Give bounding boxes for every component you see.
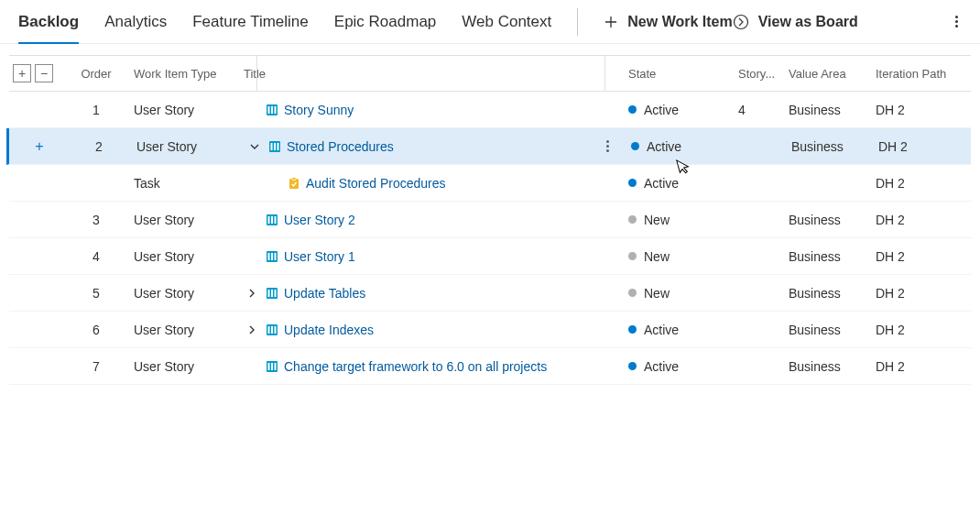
grid-header: + − Order Work Item Type Title State Sto…	[9, 55, 971, 92]
backlog-row[interactable]: +4User StoryUser Story 1NewBusinessDH 2	[9, 238, 971, 275]
top-toolbar: BacklogAnalyticsFeature TimelineEpic Roa…	[0, 0, 980, 44]
iteration-path: DH 2	[870, 103, 971, 117]
svg-rect-24	[268, 326, 270, 334]
task-icon	[288, 177, 300, 190]
chevron-right-icon[interactable]	[244, 288, 260, 299]
work-item-type: User Story	[128, 249, 238, 264]
svg-rect-28	[268, 363, 270, 370]
order-value: 1	[64, 103, 128, 117]
state-dot-icon	[628, 289, 637, 297]
backlog-row[interactable]: +7User StoryChange target framework to 6…	[9, 348, 971, 385]
work-item-title-link[interactable]: Story Sunny	[284, 103, 354, 117]
svg-rect-18	[275, 253, 277, 260]
state-label: Active	[647, 139, 681, 154]
row-more-actions-button[interactable]	[606, 140, 609, 152]
tab-analytics[interactable]: Analytics	[104, 0, 167, 43]
iteration-path: DH 2	[870, 359, 971, 374]
add-child-button[interactable]: +	[35, 138, 43, 155]
iteration-path: DH 2	[870, 249, 971, 264]
state-cell: Active	[623, 176, 733, 191]
work-item-title-link[interactable]: Change target framework to 6.0 on all pr…	[284, 359, 547, 374]
expand-all-button[interactable]: +	[13, 64, 31, 82]
value-area: Business	[783, 103, 870, 117]
value-area: Business	[783, 213, 870, 227]
tab-web-context[interactable]: Web Context	[462, 0, 551, 43]
col-title[interactable]: Title	[238, 67, 623, 81]
work-item-title-link[interactable]: Update Tables	[284, 286, 365, 301]
view-tabs: BacklogAnalyticsFeature TimelineEpic Roa…	[18, 0, 551, 43]
arrow-circle-right-icon	[733, 14, 749, 30]
state-cell: Active	[626, 139, 735, 154]
tab-feature-timeline[interactable]: Feature Timeline	[192, 0, 309, 43]
col-story-points[interactable]: Story...	[733, 67, 783, 81]
work-item-type: User Story	[128, 286, 238, 301]
new-work-item-button[interactable]: New Work Item	[604, 14, 732, 30]
backlog-row[interactable]: +TaskAudit Stored ProceduresActiveDH 2	[9, 165, 971, 202]
col-type[interactable]: Work Item Type	[128, 67, 238, 81]
col-value-area[interactable]: Value Area	[783, 67, 870, 81]
state-label: Active	[644, 359, 679, 374]
state-dot-icon	[628, 215, 637, 224]
svg-rect-6	[271, 143, 273, 150]
tab-epic-roadmap[interactable]: Epic Roadmap	[334, 0, 437, 43]
state-dot-icon	[628, 252, 637, 260]
backlog-row[interactable]: +1User StoryStory SunnyActive4BusinessDH…	[9, 92, 971, 128]
work-item-title-link[interactable]: Audit Stored Procedures	[306, 176, 446, 191]
iteration-path: DH 2	[873, 139, 974, 154]
work-item-title-link[interactable]: User Story 1	[284, 249, 355, 264]
col-order[interactable]: Order	[64, 67, 128, 81]
state-dot-icon	[628, 105, 637, 114]
user-story-icon	[266, 323, 278, 336]
svg-rect-17	[271, 253, 273, 260]
value-area: Business	[783, 286, 870, 301]
state-cell: Active	[623, 323, 733, 337]
backlog-row[interactable]: +5User StoryUpdate TablesNewBusinessDH 2	[9, 275, 971, 312]
value-area: Business	[783, 323, 870, 337]
svg-rect-25	[271, 326, 273, 334]
iteration-path: DH 2	[870, 323, 971, 337]
title-cell: Audit Stored Procedures	[238, 176, 623, 191]
state-dot-icon	[628, 325, 637, 334]
backlog-row[interactable]: +2User StoryStored ProceduresActiveBusin…	[6, 128, 971, 165]
state-dot-icon	[628, 362, 637, 370]
title-cell: Stored Procedures	[241, 139, 626, 154]
svg-rect-16	[268, 253, 270, 260]
story-points: 4	[733, 103, 783, 117]
chevron-down-icon[interactable]	[246, 141, 263, 152]
title-cell: User Story 1	[238, 249, 623, 264]
view-as-board-button[interactable]: View as Board	[733, 14, 858, 30]
state-cell: New	[623, 249, 733, 264]
state-dot-icon	[631, 142, 639, 150]
state-cell: Active	[623, 103, 733, 117]
iteration-path: DH 2	[870, 213, 971, 227]
state-label: New	[644, 249, 670, 264]
svg-rect-29	[271, 363, 273, 370]
more-actions-button[interactable]	[952, 12, 962, 31]
work-item-type: User Story	[128, 213, 238, 227]
value-area: Business	[786, 139, 873, 154]
tab-backlog[interactable]: Backlog	[18, 0, 79, 43]
user-story-icon	[268, 140, 281, 153]
col-state[interactable]: State	[623, 67, 733, 81]
svg-rect-20	[268, 290, 270, 297]
collapse-all-button[interactable]: −	[35, 64, 53, 82]
order-value: 2	[67, 139, 131, 154]
state-label: Active	[644, 103, 679, 117]
state-label: Active	[644, 176, 679, 191]
state-cell: Active	[623, 359, 733, 374]
work-item-title-link[interactable]: User Story 2	[284, 213, 355, 227]
order-value: 7	[64, 359, 128, 374]
svg-rect-8	[278, 143, 279, 150]
backlog-row[interactable]: +3User StoryUser Story 2NewBusinessDH 2	[9, 202, 971, 238]
backlog-grid: + − Order Work Item Type Title State Sto…	[0, 44, 980, 385]
view-as-board-label: View as Board	[758, 14, 858, 30]
work-item-title-link[interactable]: Update Indexes	[284, 323, 374, 337]
work-item-type: User Story	[128, 323, 238, 337]
backlog-row[interactable]: +6User StoryUpdate IndexesActiveBusiness…	[9, 312, 971, 348]
state-dot-icon	[628, 179, 637, 187]
chevron-right-icon[interactable]	[244, 324, 260, 335]
col-iteration[interactable]: Iteration Path	[870, 67, 971, 81]
title-cell: Update Tables	[238, 286, 623, 301]
state-cell: New	[623, 286, 733, 301]
work-item-title-link[interactable]: Stored Procedures	[287, 139, 394, 154]
